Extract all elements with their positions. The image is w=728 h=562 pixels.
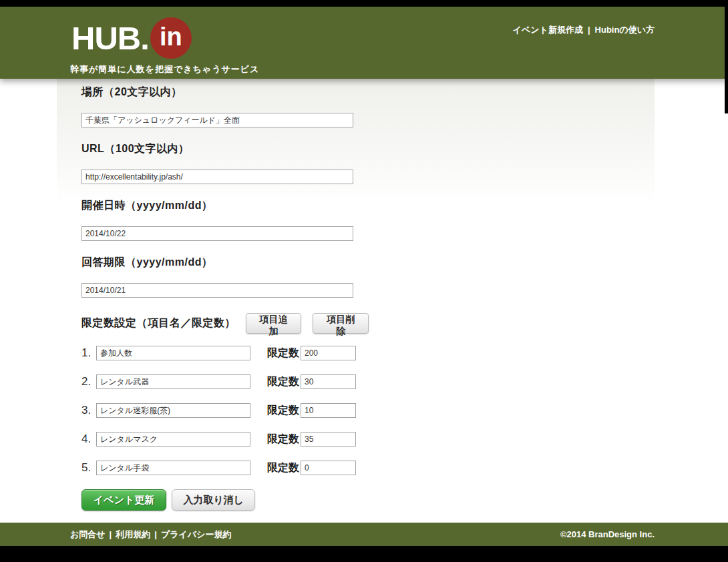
footer-link-contact[interactable]: お問合せ bbox=[70, 529, 106, 539]
add-item-button[interactable]: 項目追加 bbox=[246, 313, 302, 334]
limit-count-input-4[interactable] bbox=[301, 432, 356, 447]
tagline: 幹事が簡単に人数を把握できちゃうサービス bbox=[70, 63, 259, 75]
footer-copyright: ©2014 BranDesign Inc. bbox=[560, 529, 655, 539]
limit-count-label: 限定数 bbox=[267, 433, 299, 447]
limit-count-label: 限定数 bbox=[267, 375, 299, 389]
limit-count-label: 限定数 bbox=[267, 404, 299, 418]
limit-count-input-2[interactable] bbox=[301, 374, 356, 389]
limit-section-heading: 限定数設定（項目名／限定数） bbox=[81, 316, 246, 330]
row-index: 4. bbox=[81, 433, 96, 446]
location-input[interactable] bbox=[81, 113, 353, 127]
header-right-edge bbox=[725, 0, 728, 113]
field-label-deadline: 回答期限（yyyy/mm/dd） bbox=[81, 241, 369, 270]
limit-section-header: 限定数設定（項目名／限定数） 項目追加 項目削除 bbox=[81, 312, 369, 334]
deadline-input[interactable] bbox=[81, 283, 353, 298]
field-label-location: 場所（20文字以内） bbox=[81, 79, 369, 99]
page: HUB. in 幹事が簡単に人数を把握できちゃうサービス イベント新規作成|Hu… bbox=[0, 0, 728, 546]
footer-separator: | bbox=[154, 529, 157, 539]
main-content: 場所（20文字以内） URL（100文字以内） 開催日時（yyyy/mm/dd）… bbox=[0, 79, 728, 523]
footer-link-privacy[interactable]: プライバシー規約 bbox=[161, 529, 232, 539]
row-index: 5. bbox=[81, 461, 96, 475]
limit-row-4: 4. 限定数 bbox=[81, 432, 369, 447]
footer: お問合せ|利用規約|プライバシー規約 ©2014 BranDesign Inc. bbox=[0, 523, 728, 546]
footer-separator: | bbox=[110, 529, 112, 539]
footer-links: お問合せ|利用規約|プライバシー規約 bbox=[70, 529, 231, 541]
limit-row-2: 2. 限定数 bbox=[81, 374, 369, 389]
row-index: 3. bbox=[81, 404, 96, 417]
top-nav: イベント新規作成|Hubinの使い方 bbox=[513, 24, 655, 36]
hubin-logo[interactable]: HUB. in 幹事が簡単に人数を把握できちゃうサービス bbox=[71, 17, 259, 75]
delete-item-button[interactable]: 項目削除 bbox=[313, 313, 369, 334]
limit-row-3: 3. 限定数 bbox=[81, 403, 369, 418]
item-name-input-2[interactable] bbox=[96, 374, 250, 389]
logo-text: HUB. bbox=[71, 17, 149, 59]
nav-link-how-to-use[interactable]: Hubinの使い方 bbox=[595, 25, 655, 35]
footer-link-terms[interactable]: 利用規約 bbox=[116, 529, 150, 539]
limit-count-label: 限定数 bbox=[267, 461, 299, 475]
nav-link-create-event[interactable]: イベント新規作成 bbox=[513, 25, 583, 35]
nav-separator: | bbox=[588, 25, 590, 35]
item-name-input-1[interactable] bbox=[96, 346, 250, 360]
header: HUB. in 幹事が簡単に人数を把握できちゃうサービス イベント新規作成|Hu… bbox=[0, 7, 728, 79]
limit-count-input-1[interactable] bbox=[301, 346, 356, 360]
row-index: 2. bbox=[81, 375, 96, 388]
item-name-input-3[interactable] bbox=[96, 403, 250, 418]
field-label-url: URL（100文字以内） bbox=[81, 127, 369, 156]
event-date-input[interactable] bbox=[81, 226, 353, 241]
limit-count-input-5[interactable] bbox=[301, 461, 356, 475]
item-name-input-4[interactable] bbox=[96, 432, 250, 447]
logo-badge-icon: in bbox=[150, 17, 192, 59]
item-name-input-5[interactable] bbox=[96, 461, 250, 475]
row-index: 1. bbox=[81, 346, 96, 360]
update-event-button[interactable]: イベント更新 bbox=[81, 489, 166, 511]
url-input[interactable] bbox=[81, 170, 353, 184]
form-actions: イベント更新 入力取り消し bbox=[81, 489, 369, 511]
limit-rows: 1. 限定数 2. 限定数 3. 限定数 bbox=[81, 346, 369, 475]
limit-count-input-3[interactable] bbox=[301, 403, 356, 418]
limit-row-5: 5. 限定数 bbox=[81, 461, 369, 475]
cancel-input-button[interactable]: 入力取り消し bbox=[172, 489, 255, 511]
field-label-event-date: 開催日時（yyyy/mm/dd） bbox=[81, 184, 369, 213]
limit-row-1: 1. 限定数 bbox=[81, 346, 369, 360]
limit-count-label: 限定数 bbox=[267, 346, 299, 360]
